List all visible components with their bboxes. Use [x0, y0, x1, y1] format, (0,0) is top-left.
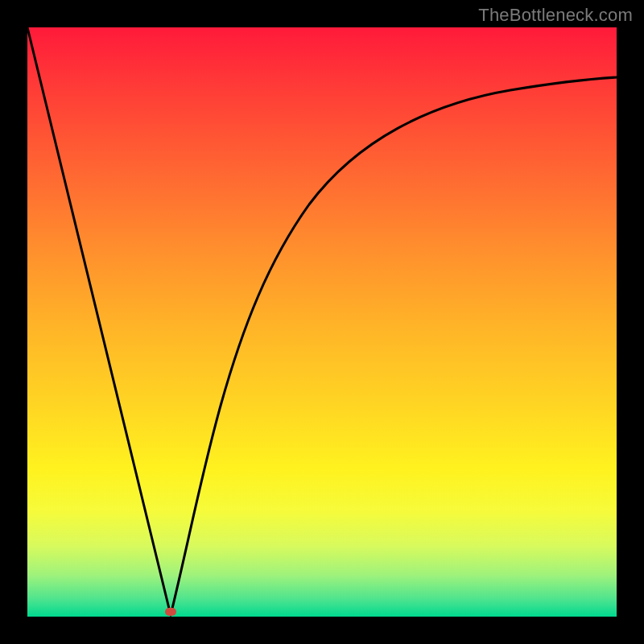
chart-frame: TheBottleneck.com: [0, 0, 644, 644]
curve-left-segment: [27, 27, 171, 615]
curve-right-segment: [171, 77, 617, 615]
min-marker: [165, 608, 176, 616]
plot-area: [27, 27, 617, 617]
watermark-text: TheBottleneck.com: [478, 5, 633, 26]
bottleneck-curve: [27, 27, 617, 617]
